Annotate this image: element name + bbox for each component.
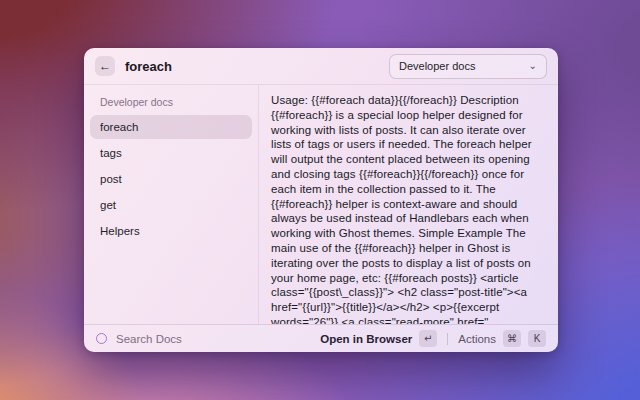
window-titlebar: ← foreach Developer docs ⌄ (84, 48, 558, 84)
doc-body-text: Usage: {{#foreach data}}{{/foreach}} Des… (271, 93, 546, 324)
docs-window: ← foreach Developer docs ⌄ Developer doc… (84, 48, 558, 352)
chevron-down-icon: ⌄ (529, 61, 537, 71)
docs-source-value: Developer docs (399, 60, 475, 72)
open-in-browser-button[interactable]: Open in Browser (320, 333, 412, 345)
footer-divider (447, 333, 448, 345)
docs-source-dropdown[interactable]: Developer docs ⌄ (389, 54, 547, 79)
back-button[interactable]: ← (95, 56, 115, 76)
arrow-left-icon: ← (99, 59, 111, 73)
doc-content-pane[interactable]: Usage: {{#foreach data}}{{/foreach}} Des… (259, 85, 558, 324)
search-docs-input[interactable]: Search Docs (116, 333, 182, 345)
command-key-icon[interactable]: ⌘ (503, 330, 521, 347)
sidebar-item-post[interactable]: post (90, 167, 252, 191)
sidebar-item-tags[interactable]: tags (90, 141, 252, 165)
sidebar-item-foreach[interactable]: foreach (90, 115, 252, 139)
sidebar-item-label: foreach (100, 121, 138, 133)
sidebar-item-label: tags (100, 147, 122, 159)
search-ring-icon (96, 333, 107, 344)
sidebar-section-label: Developer docs (90, 92, 252, 115)
footer-bar: Search Docs Open in Browser ↵ Actions ⌘ … (84, 324, 558, 352)
enter-key-icon[interactable]: ↵ (419, 330, 437, 347)
window-body: Developer docs foreach tags post get Hel… (84, 84, 558, 324)
sidebar-item-label: Helpers (100, 225, 140, 237)
sidebar-item-label: post (100, 173, 122, 185)
k-key-icon[interactable]: K (528, 330, 546, 347)
sidebar-item-label: get (100, 199, 116, 211)
sidebar: Developer docs foreach tags post get Hel… (84, 85, 259, 324)
actions-button[interactable]: Actions (458, 333, 496, 345)
page-title: foreach (125, 59, 172, 74)
sidebar-item-helpers[interactable]: Helpers (90, 219, 252, 243)
sidebar-item-get[interactable]: get (90, 193, 252, 217)
desktop-background: ← foreach Developer docs ⌄ Developer doc… (0, 0, 640, 400)
footer-actions: Open in Browser ↵ Actions ⌘ K (320, 330, 546, 347)
